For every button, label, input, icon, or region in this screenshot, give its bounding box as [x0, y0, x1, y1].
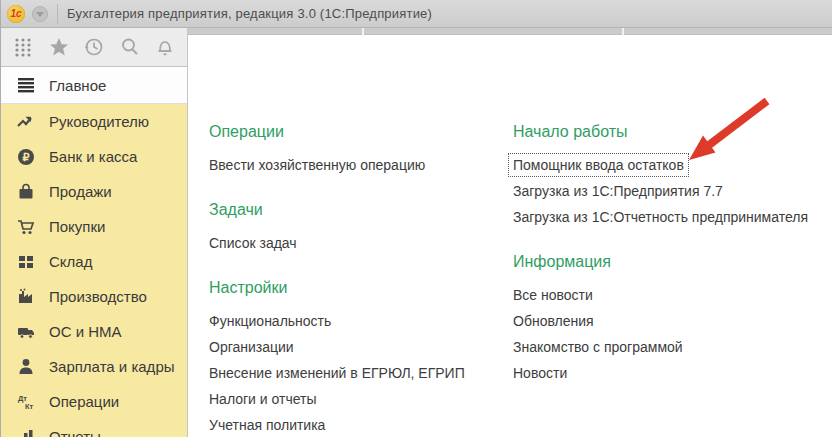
- link-funktsionalnost[interactable]: Функциональность: [209, 308, 509, 334]
- search-button[interactable]: [116, 33, 144, 61]
- open-windows-strip: [188, 28, 832, 35]
- trend-icon: [17, 113, 35, 131]
- 1c-logo-text: 1с: [10, 8, 21, 19]
- 1c-application-window: 1с Бухгалтерия предприятия, редакция 3.0…: [0, 0, 832, 437]
- sidebar-item-label: Покупки: [49, 218, 105, 235]
- notifications-bell-icon: [154, 36, 176, 58]
- sections-sidebar: Главное Руководителю ₽ Банк и касса: [1, 66, 188, 437]
- link-spisok-zadach[interactable]: Список задач: [209, 230, 509, 256]
- search-icon: [119, 36, 141, 58]
- truck-icon: [17, 323, 35, 341]
- link-organizatsii[interactable]: Организации: [209, 334, 509, 360]
- section-title: Задачи: [209, 200, 509, 220]
- link-vnesenie-izmeneniy-egryul-egrip[interactable]: Внесение изменений в ЕГРЮЛ, ЕГРИП: [209, 360, 509, 386]
- link-uchetnaya-politika[interactable]: Учетная политика: [209, 412, 509, 437]
- section-title: Начало работы: [513, 122, 829, 142]
- favorites-star-icon: [48, 36, 70, 58]
- tabstrip-divider: [622, 28, 624, 35]
- tabstrip-divider: [362, 28, 364, 35]
- ruble-icon: ₽: [17, 148, 35, 166]
- sidebar-item-pokupki[interactable]: Покупки: [1, 209, 187, 244]
- link-novosti[interactable]: Новости: [513, 360, 829, 386]
- link-vvesti-hozyaystvennuyu-operatsiyu[interactable]: Ввести хозяйственную операцию: [209, 152, 509, 178]
- sidebar-item-proizvodstvo[interactable]: Производство: [1, 279, 187, 314]
- sidebar-item-sklad[interactable]: Склад: [1, 244, 187, 279]
- section-title: Информация: [513, 252, 829, 272]
- favorites-button[interactable]: [45, 33, 73, 61]
- link-zagruzka-iz-1c-otchetnost-predprinimatelya[interactable]: Загрузка из 1С:Отчетность предпринимател…: [513, 204, 829, 230]
- sidebar-item-rukovoditelyu[interactable]: Руководителю: [1, 104, 187, 139]
- hamburger-icon: [17, 76, 35, 94]
- sidebar-item-bank-i-kassa[interactable]: ₽ Банк и касса: [1, 139, 187, 174]
- sidebar-item-zarplata-i-kadry[interactable]: Зарплата и кадры: [1, 349, 187, 384]
- barchart-icon: [17, 428, 35, 437]
- titlebar: 1с Бухгалтерия предприятия, редакция 3.0…: [1, 0, 832, 28]
- sidebar-item-label: Продажи: [49, 183, 112, 200]
- sidebar-item-label: Производство: [49, 288, 147, 305]
- history-clock-icon: [83, 36, 105, 58]
- section-zadachi: Задачи Список задач: [209, 200, 509, 256]
- content-column-left: Операции Ввести хозяйственную операцию З…: [209, 122, 509, 437]
- sidebar-item-os-i-nma[interactable]: ОС и НМА: [1, 314, 187, 349]
- section-informatsiya: Информация Все новости Обновления Знаком…: [513, 252, 829, 386]
- section-title: Операции: [209, 122, 509, 142]
- link-pomoschnik-vvoda-ostatkov[interactable]: Помощник ввода остатков: [513, 152, 829, 178]
- chevron-down-icon: [36, 12, 44, 17]
- factory-icon: [17, 288, 35, 306]
- sidebar-item-label: Склад: [49, 253, 92, 270]
- svg-text:Кт: Кт: [25, 402, 34, 411]
- sidebar-item-label: Операции: [49, 393, 119, 410]
- sidebar-item-prodazhi[interactable]: Продажи: [1, 174, 187, 209]
- cart-icon: [17, 218, 35, 236]
- window-title: Бухгалтерия предприятия, редакция 3.0 (1…: [67, 6, 432, 21]
- main-menu-button[interactable]: [32, 6, 48, 22]
- boxes-icon: [17, 253, 35, 271]
- sidebar-item-label: Зарплата и кадры: [49, 358, 175, 375]
- link-nalogi-i-otchety[interactable]: Налоги и отчеты: [209, 386, 509, 412]
- content-column-right: Начало работы Помощник ввода остатков За…: [513, 122, 829, 408]
- bag-icon: [17, 183, 35, 201]
- section-nachalo-raboty: Начало работы Помощник ввода остатков За…: [513, 122, 829, 230]
- sidebar-item-label: Банк и касса: [49, 148, 137, 165]
- section-nastroyki: Настройки Функциональность Организации В…: [209, 278, 509, 437]
- link-znakomstvo-s-programmoy[interactable]: Знакомство с программой: [513, 334, 829, 360]
- sidebar-item-otchety[interactable]: Отчеты: [1, 419, 187, 437]
- sections-grid-button[interactable]: [9, 33, 37, 61]
- focused-link-box: Помощник ввода остатков: [508, 153, 689, 177]
- titlebar-separator: [57, 4, 58, 24]
- 1c-logo-icon: 1с: [7, 5, 25, 23]
- sidebar-item-glavnoe[interactable]: Главное: [1, 66, 187, 104]
- sidebar-item-label: Главное: [49, 77, 106, 94]
- history-button[interactable]: [80, 33, 108, 61]
- sidebar-item-label: ОС и НМА: [49, 323, 122, 340]
- person-icon: [17, 358, 35, 376]
- section-title: Настройки: [209, 278, 509, 298]
- link-vse-novosti[interactable]: Все новости: [513, 282, 829, 308]
- sidebar-item-label: Отчеты: [49, 428, 101, 437]
- link-zagruzka-iz-1c-predpriyatiya-77[interactable]: Загрузка из 1С:Предприятия 7.7: [513, 178, 829, 204]
- link-obnovleniya[interactable]: Обновления: [513, 308, 829, 334]
- sections-grid-icon: [13, 37, 33, 57]
- notifications-button[interactable]: [151, 33, 179, 61]
- start-page-content: Операции Ввести хозяйственную операцию З…: [189, 35, 832, 437]
- section-operatsii: Операции Ввести хозяйственную операцию: [209, 122, 509, 178]
- tools-panel: [1, 28, 188, 66]
- svg-text:₽: ₽: [23, 151, 30, 163]
- dtkt-icon: Дт Кт: [17, 393, 35, 411]
- sidebar-item-label: Руководителю: [49, 113, 149, 130]
- sidebar-item-operatsii[interactable]: Дт Кт Операции: [1, 384, 187, 419]
